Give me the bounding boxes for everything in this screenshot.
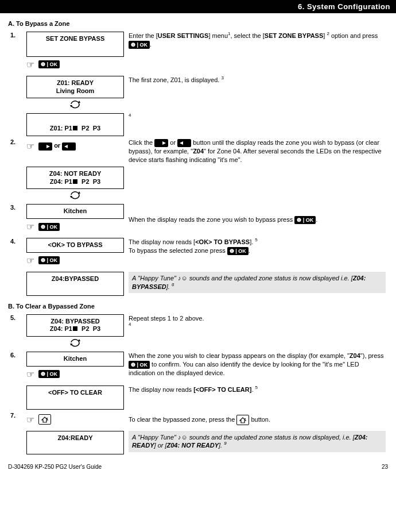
step-desc: Click the or button until the display re… (126, 137, 388, 165)
arrow-right-icon (38, 142, 52, 151)
tune-icon: ♪☺ (178, 275, 188, 282)
display-box: Z04: BYPASSED Z04: P1 P2 P3 (26, 314, 124, 337)
arrow-right-icon (154, 139, 168, 147)
cycle-icon (26, 337, 124, 349)
cycle-icon (26, 189, 124, 202)
ok-button-icon: ❶ | OK (294, 216, 316, 224)
svg-marker-4 (157, 141, 166, 145)
step-num: 5. (8, 313, 24, 351)
svg-marker-7 (78, 191, 80, 194)
hand-icon: ☞ (26, 222, 34, 232)
result-note: A "Happy Tune" ♪☺ sounds and the updated… (129, 431, 386, 453)
display-box: <OFF> TO CLEAR (26, 385, 124, 410)
hand-icon: ☞ (26, 369, 34, 379)
step-num: 6. (8, 350, 24, 384)
ok-button-icon: ❶ | OK (129, 361, 150, 369)
step-num: 7. (8, 411, 24, 430)
footer-doc-title: D-304269 KP-250 PG2 User's Guide (8, 464, 102, 470)
press-ok-action: ☞ ❶ | OK (26, 57, 124, 74)
page-content: A. To Bypass a Zone 1. SET ZONE BYPASS ☞… (0, 13, 396, 460)
step-desc: Enter the [USER SETTINGS] menu1, select … (126, 30, 388, 75)
svg-marker-1 (78, 101, 80, 103)
display-box: Kitchen (26, 204, 124, 219)
press-ok-action: ☞ ❶ | OK (26, 219, 124, 236)
chapter-title: 6. System Configuration (298, 2, 390, 11)
ok-button-icon: ❶ | OK (129, 41, 150, 49)
away-button-icon (236, 415, 249, 425)
svg-marker-3 (64, 145, 73, 148)
arrow-left-icon (62, 142, 76, 151)
display-box: Z04:BYPASSED (26, 272, 124, 296)
svg-point-11 (244, 418, 246, 419)
step-num: 1. (8, 30, 24, 75)
result-note: A "Happy Tune" ♪☺ sounds and the updated… (129, 272, 386, 294)
step-desc: To clear the bypassed zone, press the bu… (126, 411, 388, 430)
step-desc: Repeat steps 1 to 2 above.4 (126, 313, 388, 351)
steps-table-a: 1. SET ZONE BYPASS ☞ ❶ | OK Enter the [U… (8, 30, 388, 297)
step-num: 3. (8, 203, 24, 237)
ok-button-icon: ❶ | OK (38, 60, 60, 68)
display-box: Z01: READY Living Room (26, 76, 124, 99)
display-box: Z04: NOT READY Z04: P1 P2 P3 (26, 167, 124, 190)
step-desc: The first zone, Z01, is displayed. 3 (126, 75, 388, 113)
display-box: Kitchen (26, 352, 124, 367)
hand-icon: ☞ (26, 256, 34, 265)
arrow-left-icon (177, 139, 191, 147)
chapter-header: 6. System Configuration (0, 0, 396, 13)
svg-marker-5 (180, 141, 189, 145)
ok-button-icon: ❶ | OK (38, 370, 60, 378)
press-ok-action: ☞ ❶ | OK (26, 367, 124, 383)
cycle-icon (26, 98, 124, 111)
step-num: 2. (8, 137, 24, 165)
step-desc: The display now reads [<OFF> TO CLEAR]. … (126, 384, 388, 411)
hand-icon: ☞ (26, 415, 34, 425)
display-box: Z04:READY (26, 431, 124, 455)
ok-button-icon: ❶ | OK (38, 223, 60, 231)
step-desc: When the display reads the zone you wish… (126, 203, 388, 237)
section-b-title: B. To Clear a Bypassed Zone (8, 303, 388, 310)
svg-point-10 (46, 418, 48, 419)
press-ok-action: ☞ ❶ | OK (26, 253, 124, 269)
page-footer: D-304269 KP-250 PG2 User's Guide 23 (0, 460, 396, 476)
step-desc: When the zone you wish to clear bypass a… (126, 350, 388, 384)
display-box: SET ZONE BYPASS (26, 32, 124, 57)
ok-button-icon: ❶ | OK (227, 247, 249, 255)
hand-icon: ☞ (26, 141, 34, 151)
press-away-action: ☞ (26, 412, 124, 429)
footer-page-number: 23 (382, 464, 388, 470)
svg-marker-2 (41, 145, 50, 148)
step-desc: 4 (126, 112, 388, 137)
section-a-title: A. To Bypass a Zone (8, 20, 388, 27)
step-desc: The display now reads [<OK> TO BYPASS]. … (126, 237, 388, 271)
display-box: Z01: P1 P2 P3 (26, 113, 124, 136)
away-button-icon (38, 414, 51, 425)
hand-icon: ☞ (26, 60, 34, 70)
display-box: <OK> TO BYPASS (26, 238, 124, 253)
ok-button-icon: ❶ | OK (38, 256, 60, 264)
tune-icon: ♪☺ (178, 434, 188, 441)
step-num: 4. (8, 237, 24, 271)
svg-marker-9 (78, 339, 80, 341)
arrow-action: ☞ or (26, 138, 124, 155)
steps-table-b: 5. Z04: BYPASSED Z04: P1 P2 P3 Repeat st… (8, 313, 388, 456)
